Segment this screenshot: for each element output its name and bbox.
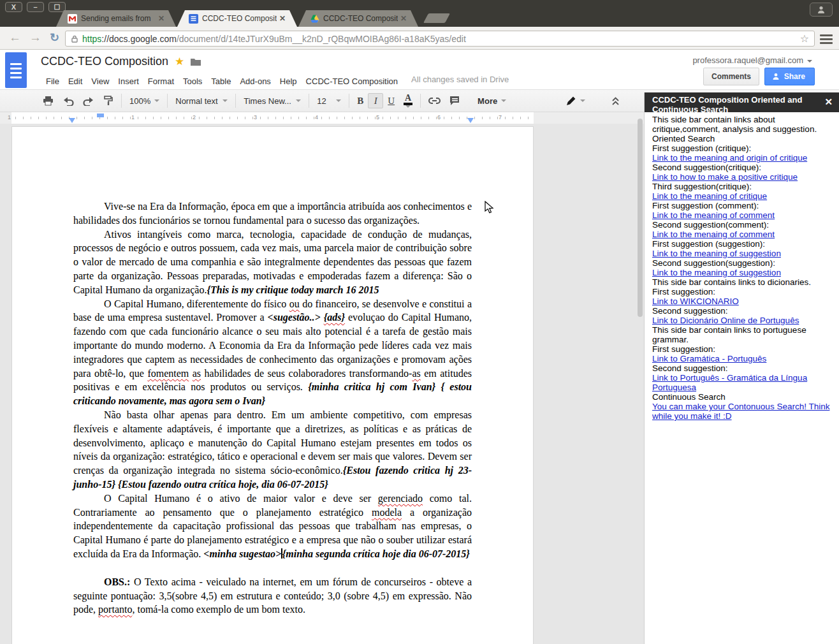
- more-menu[interactable]: More: [473, 93, 511, 108]
- print-button[interactable]: [38, 93, 58, 108]
- sidebar-link[interactable]: Link to Dicionário Online de Português: [652, 316, 799, 325]
- tab-close-icon[interactable]: ✕: [279, 14, 286, 23]
- text-run: habilidades de seus colaboradores transf…: [201, 368, 412, 379]
- menu-table[interactable]: Table: [207, 75, 235, 88]
- tab-title: CCDC-TEO Composit: [202, 14, 277, 23]
- browser-profile-button[interactable]: [810, 3, 833, 17]
- menu-ccdc-teo-composition[interactable]: CCDC-TEO Composition: [302, 75, 402, 88]
- sidebar-link[interactable]: Link to the meaning of comment: [652, 210, 775, 220]
- docs-logo-icon[interactable]: [5, 52, 27, 88]
- sidebar-link[interactable]: Link to how to make a positive critique: [652, 172, 798, 182]
- menu-format[interactable]: Format: [143, 75, 179, 88]
- back-button[interactable]: ←: [9, 30, 21, 45]
- italic-button[interactable]: I: [368, 93, 383, 108]
- menu-help[interactable]: Help: [275, 75, 302, 88]
- browser-tab[interactable]: CCDC-TEO Composit✕: [298, 10, 418, 27]
- sidebar-link[interactable]: Link to Gramática - Português: [652, 354, 766, 363]
- ruler-number: 3: [254, 114, 257, 121]
- sidebar-link[interactable]: Link to WIKCIONARIO: [652, 296, 739, 306]
- ruler[interactable]: 11234567: [0, 112, 644, 124]
- sidebar-link[interactable]: Link to Português - Gramática da Língua …: [652, 373, 807, 392]
- browser-tab[interactable]: CCDC-TEO Composit✕: [177, 10, 297, 27]
- menu-add-ons[interactable]: Add-ons: [235, 75, 275, 88]
- chevron-down-icon: [807, 60, 812, 62]
- redo-button[interactable]: [78, 93, 99, 108]
- close-icon[interactable]: ✕: [824, 97, 833, 106]
- sidebar-link-line: Link to the menaing of comment: [652, 230, 831, 239]
- ruler-number: 1: [8, 114, 11, 121]
- account-menu[interactable]: professora.raquel@gmail.com: [692, 55, 812, 65]
- address-bar[interactable]: https://docs.google.com/document/d/14teJ…: [65, 31, 815, 47]
- font-select[interactable]: Times New...: [239, 93, 305, 108]
- insert-link-button[interactable]: [424, 93, 445, 108]
- underline-button[interactable]: U: [383, 93, 399, 108]
- zoom-select[interactable]: 100%: [125, 93, 164, 108]
- doc-paragraph: O Capital Humano é o ativo de maior valo…: [73, 492, 472, 561]
- sidebar-link[interactable]: Link to the menaing of comment: [652, 230, 775, 239]
- first-line-indent-marker[interactable]: [97, 113, 104, 117]
- docs-icon: [189, 14, 198, 24]
- bookmark-star-icon[interactable]: ☆: [800, 33, 809, 45]
- text-color-button[interactable]: A: [399, 93, 417, 108]
- sidebar-link[interactable]: You can make your Contonuous Search! Thi…: [652, 402, 829, 421]
- collapse-toolbar-button[interactable]: [606, 93, 625, 108]
- browser-menu-button[interactable]: [820, 34, 833, 46]
- doc-paragraph: Ativos intangíveis como marca, tecnologi…: [73, 228, 472, 297]
- window-close-button[interactable]: X: [5, 2, 22, 12]
- undo-button[interactable]: [58, 93, 78, 108]
- window-minimize-button[interactable]: –: [27, 2, 44, 12]
- menu-file[interactable]: File: [41, 75, 64, 88]
- reload-button[interactable]: ↻: [50, 30, 59, 45]
- window-titlebar: X – ☐ Sending emails from✕CCDC-TEO Compo…: [0, 0, 839, 27]
- sidebar-link[interactable]: Link to the meaning of suggestion: [652, 268, 781, 277]
- menu-insert[interactable]: Insert: [113, 75, 143, 88]
- sidebar-link-line: You can make your Contonuous Search! Thi…: [652, 402, 831, 421]
- text-run: {ads}: [324, 312, 345, 323]
- insert-comment-button[interactable]: [445, 93, 464, 108]
- forward-button[interactable]: →: [29, 30, 41, 45]
- sidebar-link-line: Link to how to make a positive critique: [652, 172, 831, 182]
- paint-format-button[interactable]: [99, 93, 118, 108]
- text-run: , tomá-la como exemplo de um bom texto.: [132, 604, 305, 615]
- tab-close-icon[interactable]: ✕: [158, 14, 164, 23]
- document-title[interactable]: CCDC-TEO Composition: [41, 55, 168, 68]
- browser-tab[interactable]: Sending emails from✕: [56, 10, 176, 27]
- text-run: OBS.:: [104, 576, 130, 587]
- sidebar-text-line: First suggestion (critique):: [652, 143, 831, 153]
- menu-tools[interactable]: Tools: [179, 75, 207, 88]
- tab-close-icon[interactable]: ✕: [400, 14, 407, 23]
- addon-sidebar: CCDC-TEO Composition Oriented and Contin…: [644, 92, 839, 644]
- document-page[interactable]: Vive-se na Era da Informação, época em q…: [11, 126, 534, 644]
- url-text: https://docs.google.com/document/d/14teJ…: [82, 34, 796, 44]
- sidebar-link[interactable]: Link to the meaning of critique: [652, 191, 767, 201]
- right-indent-marker[interactable]: [467, 118, 474, 123]
- editing-mode-button[interactable]: [561, 93, 590, 108]
- new-tab-button[interactable]: [423, 13, 450, 23]
- save-status: All changes saved in Drive: [407, 73, 513, 90]
- text-run: Vive-se na Era da Informação, época em q…: [73, 201, 472, 226]
- left-indent-marker[interactable]: [69, 118, 75, 123]
- share-button[interactable]: Share: [764, 68, 815, 85]
- sidebar-link-line: Link to the meaning of suggestion: [652, 268, 831, 277]
- drive-icon: [310, 14, 319, 24]
- doc-paragraph: OBS.: O Texto acima - veiculado na inter…: [73, 575, 472, 617]
- sidebar-link[interactable]: Link to the meaning and origin of critiq…: [652, 153, 807, 163]
- font-size-select[interactable]: 12: [312, 93, 346, 108]
- ruler-number: 2: [193, 114, 196, 121]
- sidebar-title: CCDC-TEO Composition Oriented and Contin…: [652, 95, 802, 112]
- sidebar-link[interactable]: Link to the meaning of suggestion: [652, 249, 781, 258]
- star-document-icon[interactable]: ★: [175, 55, 184, 68]
- text-run: portanto: [98, 604, 132, 615]
- menu-view[interactable]: View: [87, 75, 113, 88]
- folder-icon[interactable]: [191, 57, 201, 66]
- person-icon: [771, 73, 780, 80]
- document-scrollbar[interactable]: [638, 119, 643, 317]
- paragraph-style-select[interactable]: Normal text: [171, 93, 232, 108]
- docs-header: CCDC-TEO Composition ★ professora.raquel…: [0, 50, 839, 89]
- sidebar-text-line: Second suggestion(critique):: [652, 163, 831, 172]
- bold-button[interactable]: B: [353, 93, 368, 108]
- comments-button[interactable]: Comments: [703, 68, 759, 85]
- text-run: {minha segunda crítica hoje dia 06-07-20…: [282, 548, 470, 559]
- menu-edit[interactable]: Edit: [64, 75, 87, 88]
- person-icon: [817, 5, 826, 14]
